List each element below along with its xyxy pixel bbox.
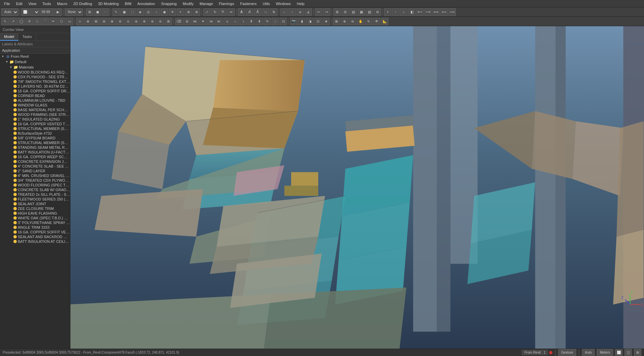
tb-snap2-icon[interactable]: ⊕ xyxy=(185,8,192,16)
tb-move-icon[interactable]: ⤢ xyxy=(203,8,211,16)
tb2-extrude-icon[interactable]: ⬆ xyxy=(248,18,255,25)
menu-windows[interactable]: Windows xyxy=(273,1,293,6)
tb2-offset-icon[interactable]: ⊡ xyxy=(280,18,287,25)
tb2-loft-icon[interactable]: ⬇ xyxy=(256,18,263,25)
list-item[interactable]: WHITE OAK (SPEC T.B.D.) OVER... xyxy=(0,216,70,220)
tb-redo-icon[interactable]: ↪ xyxy=(323,8,330,16)
tb2-view-icon[interactable]: 👁 xyxy=(373,18,380,25)
tb-cursor-icon[interactable]: ↖ xyxy=(112,8,120,16)
tree-container[interactable]: ▼ ⊞ From Revit ▼ 📁 Default ▼ 📁 Materials… xyxy=(0,54,70,349)
tb2-zoom-fit-icon[interactable]: ⊠ xyxy=(333,18,340,25)
menu-view[interactable]: View xyxy=(26,1,39,6)
list-item[interactable]: STRUCTURAL MEMBER (SEE DW... xyxy=(0,140,70,145)
tb-tools1-icon[interactable]: ⌂ xyxy=(400,8,408,16)
zoom-input[interactable] xyxy=(40,8,54,16)
tb2-subtract-icon[interactable]: ∖ xyxy=(239,18,247,25)
menu-tools[interactable]: Tools xyxy=(40,1,54,6)
tab-tasks[interactable]: Tasks xyxy=(18,33,36,41)
tb2-shell-icon[interactable]: ◌ xyxy=(272,18,279,25)
list-item[interactable]: SEALANT JOINT xyxy=(0,202,70,206)
tb2-shade-icon[interactable]: ◑ xyxy=(306,18,314,25)
list-item[interactable]: ZEE CLOSURE TRIM xyxy=(0,206,70,211)
auto-dropdown[interactable]: Auto xyxy=(582,349,595,356)
tree-from-revit[interactable]: ▼ ⊞ From Revit xyxy=(0,54,70,59)
tb2-intersect-icon[interactable]: ∩ xyxy=(231,18,239,25)
tb-undo-icon[interactable]: ↩ xyxy=(315,8,322,16)
list-item[interactable]: CONCRETE SLAB W/ GRADE BE... xyxy=(0,187,70,192)
list-item[interactable]: HIGH EAVE FLASHING xyxy=(0,211,70,216)
list-item[interactable]: CONCRETE EXPANSION JOINT - xyxy=(0,159,70,164)
tb-text-a2[interactable]: A xyxy=(246,8,253,16)
list-item[interactable]: WOOD BLOCKING AS REQUIRED xyxy=(0,70,70,75)
list-item[interactable]: 7/8" SMOOTH TROWEL EXTER... xyxy=(0,79,70,84)
tb-select4-icon[interactable]: ◎ xyxy=(145,8,152,16)
tb-up-icon[interactable]: ↑↓ xyxy=(262,8,269,16)
list-item[interactable]: 1" INSULATED GLAZING xyxy=(0,117,70,122)
tb2-link-icon[interactable]: ⋈ xyxy=(191,18,199,25)
tb2-snap10-icon[interactable]: ⊜ xyxy=(149,18,156,25)
list-item[interactable]: 3" POLYURETHANE SPRAY FOAM... xyxy=(0,220,70,225)
gesture-dropdown[interactable]: Gesture xyxy=(558,349,576,356)
menu-snapping[interactable]: Snapping xyxy=(158,1,179,6)
tb-tools5-icon[interactable]: ⟺ xyxy=(432,8,440,16)
menu-2ddrafting[interactable]: 2D Drafting xyxy=(71,1,95,6)
list-item[interactable]: 4" MIN. CRUSHED GRAVEL (NO I... xyxy=(0,173,70,178)
list-item[interactable]: 4" CONCRETE SLAB - SEE CIVIL xyxy=(0,164,70,169)
list-item[interactable]: 16 GA. COPPER WEEP SCREED W... xyxy=(0,154,70,159)
tree-default[interactable]: ▼ 📁 Default xyxy=(0,59,70,64)
tb-target-icon[interactable]: ◉ xyxy=(161,8,168,16)
tb-more2-icon[interactable]: ⊟ xyxy=(341,8,349,16)
tb-align-icon[interactable]: ⇅ xyxy=(270,8,277,16)
tb-scale-icon[interactable]: ⇱ xyxy=(219,8,227,16)
tree-materials[interactable]: ▼ 📁 Materials xyxy=(0,64,70,70)
tb-dim4-icon[interactable]: ∡ xyxy=(305,8,312,16)
tb-arrow-icon[interactable]: ▶ xyxy=(54,8,62,16)
menu-file[interactable]: File xyxy=(1,1,13,6)
tb2-snap1-icon[interactable]: ⊹ xyxy=(76,18,84,25)
tb2-pan-icon[interactable]: ✋ xyxy=(357,18,364,25)
tb2-render-icon[interactable]: ★ xyxy=(322,18,330,25)
tb2-pen-icon[interactable]: ✏ xyxy=(50,18,57,25)
tb-grid-icon[interactable]: ⊞ xyxy=(86,8,93,16)
list-item[interactable]: BATT INSULATION (U-FACTOR =... xyxy=(0,150,70,154)
tb-more3-icon[interactable]: ▤ xyxy=(350,8,357,16)
meters-dropdown[interactable]: Meters xyxy=(597,349,613,356)
menu-fasteners[interactable]: Fasteners xyxy=(237,1,259,6)
list-item[interactable]: STRUCTURAL MEMBER (SEE STI... xyxy=(0,126,70,131)
tb2-split-icon[interactable]: ⋉ xyxy=(215,18,223,25)
list-item[interactable]: STANDING SEAM METAL ROOF F... xyxy=(0,145,70,150)
menu-manage[interactable]: Manage xyxy=(197,1,216,6)
tb2-snap11-icon[interactable]: ⊝ xyxy=(157,18,164,25)
list-item[interactable]: WOOD FRAMING (SEE STRUCT D... xyxy=(0,112,70,117)
list-item[interactable]: IfcSurfaceStyle #732 xyxy=(0,131,70,136)
tb2-sq-icon[interactable]: □ xyxy=(34,18,41,25)
list-item[interactable]: TREATED 2x SILL PLATE - SEE S... xyxy=(0,192,70,197)
none-select[interactable]: None xyxy=(65,8,83,16)
list-item[interactable]: BASE MATERIAL PER SCHEDULE xyxy=(0,107,70,112)
tb2-snap6-icon[interactable]: ⊘ xyxy=(116,18,124,25)
list-item[interactable]: 2" SAND LAYER xyxy=(0,169,70,173)
list-item[interactable]: CDX PLYWOOD - SEE STRUCTU... xyxy=(0,75,70,79)
tb2-meas-icon[interactable]: 📐 xyxy=(381,18,388,25)
tb2-zoom-in-icon[interactable]: ⊕ xyxy=(341,18,348,25)
tb2-wire-icon[interactable]: ⊡ xyxy=(314,18,322,25)
tb2-persp-icon[interactable]: ⧫ xyxy=(298,18,306,25)
list-item[interactable]: SEALANT AND BACKROD WHER... xyxy=(0,234,70,239)
tb-circle-icon[interactable]: ○ xyxy=(153,8,160,16)
menu-modify[interactable]: Modify xyxy=(180,1,196,6)
menu-utils[interactable]: Utils xyxy=(260,1,272,6)
tb2-snap12-icon[interactable]: ⊞ xyxy=(165,18,172,25)
menu-flamingo[interactable]: Flamingo xyxy=(216,1,237,6)
tb2-explode-icon[interactable]: ✦ xyxy=(199,18,207,25)
tb-dim2-icon[interactable]: ↕ xyxy=(288,8,296,16)
status-icon3[interactable]: ⊞ xyxy=(634,349,641,356)
tb-select2-icon[interactable]: ⬚ xyxy=(128,8,136,16)
list-item[interactable]: WOOD FLOORING (SPEC TBD) xyxy=(0,183,70,187)
tb2-arrow-icon[interactable]: ↗ xyxy=(9,18,17,25)
tb-minus-icon[interactable]: − xyxy=(392,8,399,16)
tb-text-a3[interactable]: Ā xyxy=(254,8,261,16)
status-icon2[interactable]: ◫ xyxy=(625,349,632,356)
tb2-snap3-icon[interactable]: ⊞ xyxy=(92,18,100,25)
tb2-cursor-icon[interactable]: ↖ xyxy=(1,18,9,25)
tb-dots-icon[interactable]: ⋯ xyxy=(102,8,109,16)
